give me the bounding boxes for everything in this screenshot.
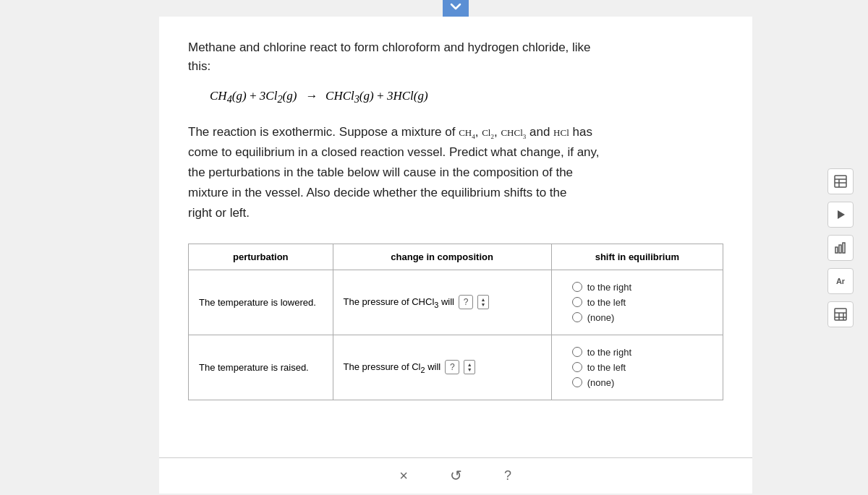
radio-left-1[interactable]: to the left — [572, 297, 702, 308]
radio-circle-none-1[interactable] — [572, 312, 582, 322]
intro-line2: this: — [188, 59, 210, 73]
table-row-1: The temperature is lowered. The pressure… — [189, 270, 723, 335]
composition-text-2: The pressure of Cl2 will — [344, 361, 441, 374]
svg-rect-6 — [839, 245, 841, 253]
radio-right-2[interactable]: to the right — [572, 347, 702, 358]
sidebar-icons: Ar — [827, 168, 854, 327]
inline-cl2: Cl2 — [482, 127, 494, 138]
intro-line1: Methane and chlorine react to form chlor… — [188, 40, 591, 54]
radio-circle-none-2[interactable] — [572, 377, 582, 387]
radio-group-2: to the right to the left (none) — [562, 341, 712, 394]
perturbation-table: perturbation change in composition shift… — [188, 244, 723, 400]
radio-none-2[interactable]: (none) — [572, 377, 702, 388]
intro-text: Methane and chlorine react to form chlor… — [188, 38, 723, 77]
radio-circle-left-1[interactable] — [572, 297, 582, 307]
radio-label-none-2: (none) — [587, 377, 615, 388]
dropdown-arrow-1[interactable]: ▲ ▼ — [477, 295, 489, 309]
dropdown-arrow-2[interactable]: ▲ ▼ — [464, 360, 475, 374]
equation-formula: CH4(g) + 3Cl2(g) → CHCl3(g) + 3HCl(g) — [210, 89, 428, 106]
radio-group-1: to the right to the left (none) — [562, 276, 712, 329]
svg-rect-7 — [843, 243, 845, 253]
dropdown-q-2[interactable]: ? — [445, 360, 459, 374]
composition-content-1: The pressure of CHCl3 will ? ▲ ▼ — [344, 295, 541, 309]
bottom-bar: × ↺ ? — [159, 457, 752, 494]
top-chevron[interactable] — [443, 0, 469, 17]
inline-ch4: CH4 — [459, 127, 475, 138]
composition-cell-1: The pressure of CHCl3 will ? ▲ ▼ — [333, 270, 551, 335]
col-header-perturbation: perturbation — [189, 244, 333, 270]
perturbation-1: The temperature is lowered. — [189, 270, 333, 335]
main-content: Methane and chlorine react to form chlor… — [159, 17, 752, 494]
radio-left-2[interactable]: to the left — [572, 362, 702, 373]
radio-circle-right-1[interactable] — [572, 282, 582, 292]
composition-cell-2: The pressure of Cl2 will ? ▲ ▼ — [333, 335, 551, 400]
table-icon[interactable] — [827, 168, 854, 194]
equilibrium-cell-1: to the right to the left (none) — [551, 270, 723, 335]
undo-button[interactable]: ↺ — [444, 464, 467, 487]
dropdown-q-1[interactable]: ? — [459, 295, 473, 309]
radio-label-left-1: to the left — [587, 297, 626, 308]
col-header-equilibrium: shift in equilibrium — [551, 244, 723, 270]
play-icon[interactable] — [827, 202, 854, 228]
radio-label-right-2: to the right — [587, 347, 631, 358]
composition-content-2: The pressure of Cl2 will ? ▲ ▼ — [344, 360, 541, 374]
ar-icon[interactable]: Ar — [827, 268, 854, 294]
radio-right-1[interactable]: to the right — [572, 282, 702, 293]
inline-chcl3: CHCl3 — [501, 127, 526, 138]
col-header-composition: change in composition — [333, 244, 551, 270]
radio-label-left-2: to the left — [587, 362, 626, 373]
table-row-2: The temperature is raised. The pressure … — [189, 335, 723, 400]
grid-icon[interactable] — [827, 301, 854, 327]
body-text: The reaction is exothermic. Suppose a mi… — [188, 122, 723, 223]
close-button[interactable]: × — [392, 464, 415, 487]
inline-hcl: HCl — [553, 127, 569, 138]
svg-marker-4 — [838, 210, 845, 219]
svg-rect-8 — [835, 309, 846, 320]
radio-none-1[interactable]: (none) — [572, 312, 702, 323]
radio-label-none-1: (none) — [587, 312, 615, 323]
radio-label-right-1: to the right — [587, 282, 631, 293]
equation-display: CH4(g) + 3Cl2(g) → CHCl3(g) + 3HCl(g) — [210, 89, 723, 106]
composition-text-1: The pressure of CHCl3 will — [344, 296, 454, 309]
perturbation-2: The temperature is raised. — [189, 335, 333, 400]
svg-rect-0 — [835, 176, 846, 187]
help-button[interactable]: ? — [496, 464, 519, 487]
svg-rect-5 — [835, 247, 838, 253]
radio-circle-right-2[interactable] — [572, 347, 582, 357]
chart-icon[interactable] — [827, 235, 854, 261]
radio-circle-left-2[interactable] — [572, 362, 582, 372]
equilibrium-cell-2: to the right to the left (none) — [551, 335, 723, 400]
